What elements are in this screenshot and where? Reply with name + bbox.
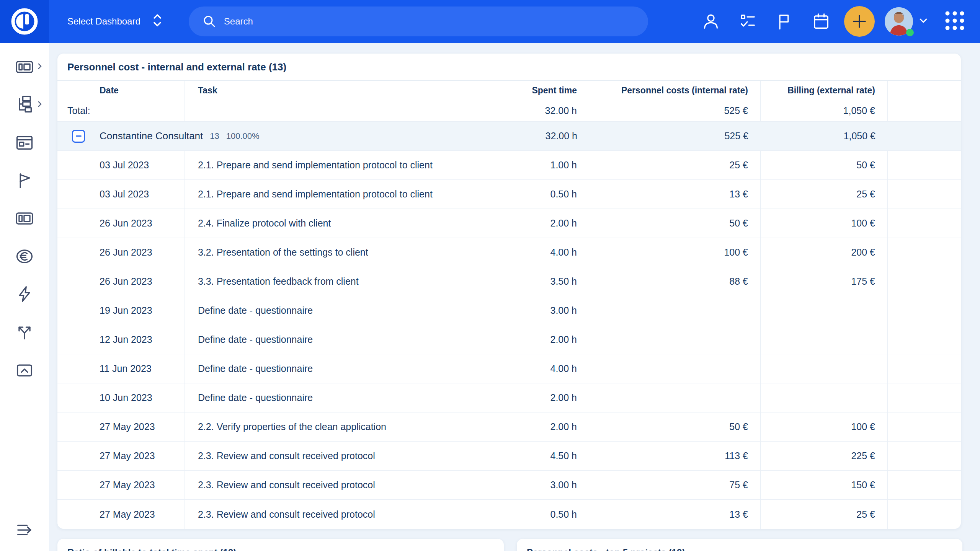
table-row[interactable]: 26 Jun 2023 2.4. Finalize protocol with … xyxy=(57,209,961,238)
cell-task: Define date - questionnaire xyxy=(185,325,509,354)
sidebar xyxy=(0,43,49,551)
group-spent-time: 32.00 h xyxy=(509,122,589,150)
sidebar-item-browser[interactable] xyxy=(0,133,49,153)
table-row[interactable]: 12 Jun 2023 Define date - questionnaire … xyxy=(57,325,961,354)
add-button[interactable] xyxy=(844,6,875,37)
cell-empty xyxy=(888,383,961,412)
split-arrows-icon xyxy=(15,322,34,342)
sidebar-item-archive[interactable] xyxy=(0,360,49,380)
sidebar-item-tree[interactable] xyxy=(0,95,49,115)
sidebar-item-milestone[interactable] xyxy=(0,171,49,191)
flag-icon[interactable] xyxy=(774,11,794,31)
cell-billing: 100 € xyxy=(761,412,888,441)
dashboard-selector[interactable]: Select Dashboard xyxy=(67,11,163,31)
cell-billing: 200 € xyxy=(761,238,888,267)
group-percent: 100.00% xyxy=(226,131,260,141)
user-avatar[interactable] xyxy=(885,7,913,36)
table-row[interactable]: 11 Jun 2023 Define date - questionnaire … xyxy=(57,354,961,383)
cell-date: 19 Jun 2023 xyxy=(57,296,185,325)
cell-date: 03 Jul 2023 xyxy=(57,180,185,209)
cell-spent-time: 0.50 h xyxy=(509,180,589,209)
cell-billing xyxy=(761,325,888,354)
cell-spent-time: 3.00 h xyxy=(509,471,589,499)
personnel-costs-top5-panel: Personnel costs - top 5 projects (13) xyxy=(517,539,962,551)
column-header-task[interactable]: Task xyxy=(185,81,509,100)
sidebar-collapse-icon xyxy=(15,520,34,540)
cell-spent-time: 4.50 h xyxy=(509,442,589,470)
group-personnel-cost: 525 € xyxy=(589,122,761,150)
group-name: Constantine Consultant xyxy=(100,130,203,142)
sidebar-item-modules[interactable] xyxy=(0,209,49,228)
cell-task: Define date - questionnaire xyxy=(185,383,509,412)
table-row[interactable]: 27 May 2023 2.2. Verify properties of th… xyxy=(57,412,961,442)
cell-personnel-cost xyxy=(589,354,761,383)
table-row[interactable]: 27 May 2023 2.3. Review and consult rece… xyxy=(57,471,961,500)
cell-spent-time: 2.00 h xyxy=(509,209,589,238)
cell-billing: 25 € xyxy=(761,500,888,529)
cell-empty xyxy=(888,267,961,296)
cell-spent-time: 2.00 h xyxy=(509,412,589,441)
cell-personnel-cost: 50 € xyxy=(589,209,761,238)
chevron-right-icon xyxy=(36,100,44,110)
cell-empty xyxy=(888,151,961,179)
sidebar-item-quick-actions[interactable] xyxy=(0,284,49,304)
sidebar-collapse-button[interactable] xyxy=(15,520,34,540)
column-header-billing[interactable]: Billing (external rate) xyxy=(761,81,888,100)
column-header-date[interactable]: Date xyxy=(57,81,185,100)
user-icon[interactable] xyxy=(701,11,721,31)
topbar: Select Dashboard xyxy=(0,0,980,43)
collapse-toggle[interactable] xyxy=(72,130,85,143)
search-input[interactable] xyxy=(224,16,607,27)
cell-task: 2.1. Prepare and send implementation pro… xyxy=(185,180,509,209)
table-row[interactable]: 26 Jun 2023 3.2. Presentation of the set… xyxy=(57,238,961,267)
plus-icon xyxy=(852,14,867,29)
cell-personnel-cost: 75 € xyxy=(589,471,761,499)
chevron-right-icon xyxy=(36,62,44,72)
total-spent-time: 32.00 h xyxy=(509,100,589,121)
easy-project-logo-icon xyxy=(9,6,40,37)
cell-date: 26 Jun 2023 xyxy=(57,267,185,296)
browser-window-icon xyxy=(15,133,34,153)
cell-date: 03 Jul 2023 xyxy=(57,151,185,179)
personnel-cost-panel: Personnel cost - internal and external r… xyxy=(57,54,961,529)
sidebar-item-workflow[interactable] xyxy=(0,322,49,342)
cell-personnel-cost: 88 € xyxy=(589,267,761,296)
cell-date: 27 May 2023 xyxy=(57,412,185,441)
cell-date: 12 Jun 2023 xyxy=(57,325,185,354)
table-row[interactable]: 27 May 2023 2.3. Review and consult rece… xyxy=(57,500,961,529)
table-row[interactable]: 03 Jul 2023 2.1. Prepare and send implem… xyxy=(57,151,961,180)
sidebar-item-dashboard[interactable] xyxy=(0,57,49,77)
group-row-consultant[interactable]: Constantine Consultant 13 100.00% 32.00 … xyxy=(57,122,961,151)
sidebar-item-finance[interactable] xyxy=(0,246,49,266)
online-status-dot xyxy=(906,29,914,36)
cell-task: 2.3. Review and consult received protoco… xyxy=(185,442,509,470)
tasks-checklist-icon[interactable] xyxy=(738,11,758,31)
cell-empty xyxy=(888,209,961,238)
cell-date: 27 May 2023 xyxy=(57,471,185,499)
cell-personnel-cost: 13 € xyxy=(589,180,761,209)
table-row[interactable]: 19 Jun 2023 Define date - questionnaire … xyxy=(57,296,961,325)
table-row[interactable]: 10 Jun 2023 Define date - questionnaire … xyxy=(57,383,961,412)
cell-personnel-cost: 100 € xyxy=(589,238,761,267)
table-row[interactable]: 27 May 2023 2.3. Review and consult rece… xyxy=(57,442,961,471)
cell-billing xyxy=(761,354,888,383)
column-header-personnel-costs[interactable]: Personnel costs (internal rate) xyxy=(589,81,761,100)
app-logo[interactable] xyxy=(0,0,49,43)
panel-title: Personnel costs - top 5 projects (13) xyxy=(517,539,962,551)
search-bar[interactable] xyxy=(189,7,648,36)
cell-billing xyxy=(761,383,888,412)
cell-task: Define date - questionnaire xyxy=(185,354,509,383)
column-header-spent-time[interactable]: Spent time xyxy=(509,81,589,100)
chevron-down-icon[interactable] xyxy=(918,15,929,28)
euro-coin-icon xyxy=(15,246,34,266)
cell-billing: 225 € xyxy=(761,442,888,470)
table-row[interactable]: 26 Jun 2023 3.3. Presentation feedback f… xyxy=(57,267,961,296)
table-row[interactable]: 03 Jul 2023 2.1. Prepare and send implem… xyxy=(57,180,961,209)
cell-empty xyxy=(888,500,961,529)
group-billing: 1,050 € xyxy=(761,122,888,150)
cell-personnel-cost xyxy=(589,296,761,325)
cell-date: 11 Jun 2023 xyxy=(57,354,185,383)
apps-grid-icon[interactable] xyxy=(944,10,965,33)
total-row: Total: 32.00 h 525 € 1,050 € xyxy=(57,100,961,122)
calendar-icon[interactable] xyxy=(811,11,831,31)
